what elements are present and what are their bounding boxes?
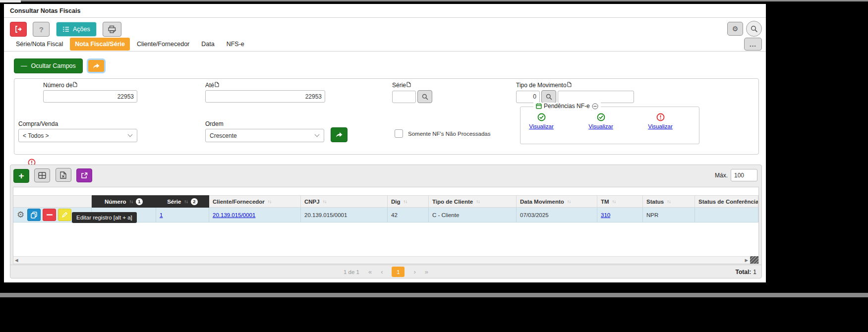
cell-serie: 1 bbox=[156, 208, 209, 222]
horizontal-scrollbar[interactable]: ◀ ▶ bbox=[13, 256, 758, 264]
copy-page-icon bbox=[406, 82, 411, 87]
ocultar-campos-button[interactable]: — Ocultar Campos bbox=[14, 58, 83, 73]
cell-cnpj: 20.139.015/0001 bbox=[301, 208, 388, 222]
expand-grid-button[interactable] bbox=[76, 168, 92, 182]
column-header-serie[interactable]: Série ↑↓ 2 bbox=[156, 195, 209, 208]
search-icon bbox=[751, 25, 758, 33]
row-settings-icon[interactable]: ⚙ bbox=[17, 210, 24, 220]
row-copy-button[interactable] bbox=[27, 209, 41, 221]
somente-nf-group: Somente NF's Não Processadas bbox=[395, 129, 490, 138]
ate-input[interactable] bbox=[205, 90, 325, 103]
results-toolbar: + Máx. bbox=[13, 168, 758, 183]
scroll-right-icon[interactable]: ▶ bbox=[745, 258, 748, 263]
column-header-cnpj[interactable]: CNPJ ↑↓ bbox=[301, 195, 388, 208]
column-header-data-movimento[interactable]: Data Movimento ↑↓ bbox=[517, 195, 597, 208]
scroll-left-icon[interactable]: ◀ bbox=[15, 258, 18, 263]
visualizar-link[interactable]: Visualizar bbox=[529, 123, 554, 129]
copy-page-icon bbox=[73, 82, 77, 87]
max-label: Máx. bbox=[715, 172, 728, 179]
tab-serie-nota-fiscal[interactable]: Série/Nota Fiscal bbox=[11, 38, 68, 51]
copy-page-icon bbox=[567, 82, 572, 87]
collapse-icon[interactable] bbox=[592, 103, 598, 110]
add-record-button[interactable]: + bbox=[13, 169, 29, 183]
exit-button[interactable] bbox=[10, 22, 27, 37]
compra-venda-label: Compra/Venda bbox=[18, 120, 58, 127]
search-icon bbox=[546, 94, 552, 100]
total-label: Total: bbox=[736, 269, 752, 276]
grid-columns-button[interactable] bbox=[34, 168, 50, 182]
chevron-down-icon bbox=[128, 132, 133, 137]
sort-icon: ↑↓ bbox=[184, 199, 188, 204]
column-header-tm[interactable]: TM ↑↓ bbox=[597, 195, 643, 208]
field-ate: Até bbox=[205, 82, 325, 103]
field-tipo-movimento: Tipo de Movimento bbox=[516, 82, 634, 103]
page-title: Consultar Notas Fiscais bbox=[4, 4, 766, 18]
column-header-status-de-conferencia[interactable]: Status de Conferência ↑↓ bbox=[695, 195, 758, 208]
somente-nf-checkbox[interactable] bbox=[395, 129, 403, 138]
backdrop-bottom-edge bbox=[0, 293, 868, 297]
tipo-movimento-input[interactable] bbox=[516, 91, 540, 103]
first-page-button[interactable]: « bbox=[368, 268, 372, 276]
tipo-movimento-desc-input[interactable] bbox=[558, 91, 634, 103]
serie-link[interactable]: 1 bbox=[160, 212, 163, 218]
numero-de-input[interactable] bbox=[43, 90, 137, 103]
calendar-icon bbox=[536, 103, 542, 109]
last-page-button[interactable]: » bbox=[425, 268, 428, 276]
gear-icon: ⚙ bbox=[732, 25, 739, 33]
grid-header: Número ↑↓ 1 Série ↑↓ 2 Cliente/Fornecedo… bbox=[13, 195, 758, 208]
ordem-select[interactable]: Crescente bbox=[205, 129, 324, 142]
visualizar-link[interactable]: Visualizar bbox=[588, 123, 613, 129]
acoes-button[interactable]: Ações bbox=[56, 22, 97, 37]
curved-arrow-icon bbox=[92, 62, 100, 69]
serie-input[interactable] bbox=[392, 91, 416, 103]
help-button[interactable]: ? bbox=[33, 22, 50, 37]
cliente-fornecedor-link[interactable]: 20.139.015/0001 bbox=[213, 212, 255, 218]
max-input[interactable] bbox=[731, 169, 757, 181]
serie-lookup-button[interactable] bbox=[417, 90, 432, 103]
grid-icon bbox=[38, 172, 46, 179]
results-footer: 1 de 1 « ‹ 1 › » Total: 1 bbox=[10, 265, 761, 278]
tab-nota-fiscal-serie[interactable]: Nota Fiscal/Série bbox=[70, 38, 130, 51]
tm-link[interactable]: 310 bbox=[601, 212, 610, 218]
edit-tooltip: Editar registro [alt + a] bbox=[72, 212, 137, 223]
printer-icon bbox=[108, 25, 116, 33]
search-button[interactable] bbox=[746, 21, 762, 37]
tab-nfse[interactable]: NFS-e bbox=[222, 38, 249, 51]
sort-icon: ↑↓ bbox=[567, 199, 571, 204]
compra-venda-select[interactable]: < Todos > bbox=[18, 129, 137, 142]
tab-cliente-fornecedor[interactable]: Cliente/Fornecedor bbox=[132, 38, 194, 51]
column-header-cliente-fornecedor[interactable]: Cliente/Fornecedor ↑↓ bbox=[209, 195, 301, 208]
sort-icon: ↑↓ bbox=[129, 199, 133, 204]
expand-icon bbox=[81, 172, 88, 179]
field-numero-de: Número de bbox=[43, 82, 137, 103]
sort-icon: ↑↓ bbox=[667, 199, 671, 204]
apply-order-button[interactable] bbox=[331, 127, 347, 142]
sort-order-badge: 1 bbox=[136, 198, 143, 205]
pendencias-legend: Pendências NF-e bbox=[544, 103, 590, 110]
row-delete-button[interactable] bbox=[43, 209, 56, 221]
export-file-button[interactable] bbox=[56, 168, 71, 182]
column-header-status[interactable]: Status ↑↓ bbox=[643, 195, 695, 208]
backdrop-top-corner bbox=[0, 0, 21, 2]
ate-label: Até bbox=[205, 82, 214, 89]
column-header-numero[interactable]: Número ↑↓ 1 bbox=[92, 195, 156, 208]
resize-grip[interactable] bbox=[750, 256, 758, 264]
execute-search-button[interactable] bbox=[87, 58, 106, 73]
next-page-button[interactable]: › bbox=[413, 268, 415, 276]
pagination: 1 de 1 « ‹ 1 › » bbox=[10, 265, 761, 278]
current-page-button[interactable]: 1 bbox=[392, 267, 405, 277]
tipo-movimento-label: Tipo de Movimento bbox=[516, 82, 567, 89]
column-header-dig[interactable]: Dig ↑↓ bbox=[388, 195, 429, 208]
print-button[interactable] bbox=[103, 22, 121, 37]
more-options-button[interactable]: ... bbox=[744, 38, 762, 51]
cell-dig: 42 bbox=[388, 208, 429, 222]
row-edit-button[interactable] bbox=[58, 209, 71, 221]
prev-page-button[interactable]: ‹ bbox=[381, 268, 383, 276]
column-header-tipo-de-cliente[interactable]: Tipo de Cliente ↑↓ bbox=[429, 195, 517, 208]
cell-data-movimento: 07/03/2025 bbox=[517, 208, 597, 222]
results-panel: + Máx. bbox=[10, 165, 762, 278]
tab-data[interactable]: Data bbox=[196, 38, 219, 51]
settings-button[interactable]: ⚙ bbox=[727, 22, 743, 36]
tipo-movimento-lookup-button[interactable] bbox=[541, 90, 556, 103]
visualizar-link[interactable]: Visualizar bbox=[648, 123, 673, 129]
